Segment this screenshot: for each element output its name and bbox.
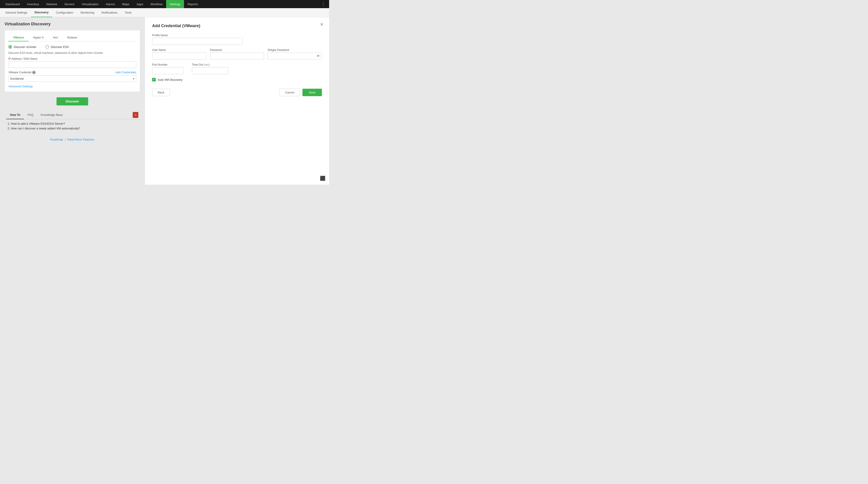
credential-label-text: VMware Credential — [8, 71, 31, 74]
nav-more-icon[interactable]: ⋮ — [319, 1, 327, 7]
nav-maps[interactable]: Maps — [119, 0, 133, 8]
ip-address-group: IP Address / DNS Name — [8, 57, 136, 68]
show-password-icon[interactable]: 👁 — [316, 54, 320, 58]
nav-settings[interactable]: Settings — [166, 0, 184, 8]
profile-name-label: Profile Name — [152, 34, 322, 37]
retype-password-label: Retype Password — [268, 49, 322, 52]
how-to-link-2[interactable]: How can I discover a newly added VM auto… — [11, 127, 80, 130]
add-credentials-link[interactable]: Add Credentials — [116, 70, 136, 74]
auto-vm-discovery-row: Auto VM Discovery — [152, 78, 322, 82]
radio-group: Discover vCenter Discover ESX — [8, 45, 136, 49]
page-title: Virtualization Discovery — [4, 22, 140, 26]
password-input[interactable] — [210, 53, 264, 59]
collapse-button[interactable]: − — [133, 112, 138, 118]
username-col: User Name — [152, 49, 206, 59]
bottom-section: How To FAQ Knowledge Base − How to add a… — [4, 111, 140, 145]
left-panel: Virtualization Discovery VMware Hyper-V … — [0, 17, 145, 184]
advanced-settings-link[interactable]: Advanced Settings — [8, 85, 136, 88]
footer-links: Roadmap | Need More Features — [4, 134, 140, 145]
credentials-row: User Name Password Retype Password 👁 — [152, 49, 322, 59]
tab-nutanix[interactable]: Nutanix — [63, 34, 82, 41]
nav-network[interactable]: Network — [43, 0, 61, 8]
port-col: Port Number 443 — [152, 63, 188, 74]
modal-panel: Add Credential (VMware) ✕ Profile Name U… — [145, 17, 329, 184]
sub-nav: General Settings Discovery Configuration… — [0, 8, 329, 17]
credential-row: VMware Credential ? Add Credentials — [8, 70, 136, 74]
ip-address-input[interactable] — [8, 61, 136, 68]
profile-name-input[interactable] — [152, 38, 243, 45]
radio-esx-label: Discover ESX — [51, 45, 69, 49]
nav-alarms[interactable]: Alarms — [102, 0, 119, 8]
auto-vm-discovery-checkbox[interactable] — [152, 78, 156, 82]
discover-area: Discover — [4, 97, 140, 106]
back-button[interactable]: Back — [152, 89, 170, 96]
radio-vcenter-indicator — [8, 45, 12, 49]
radio-discover-esx[interactable]: Discover ESX — [45, 45, 69, 49]
nav-reports[interactable]: Reports — [184, 0, 202, 8]
bottom-tab-knowledge-base[interactable]: Knowledge Base — [37, 111, 66, 119]
nav-inventory[interactable]: Inventory — [24, 0, 43, 8]
port-number-input[interactable]: 443 — [152, 67, 184, 74]
virtualization-tabs-container: VMware Hyper-V Xen Nutanix Discover vCen… — [4, 30, 140, 92]
modal-close-button[interactable]: ✕ — [320, 22, 324, 27]
retype-password-wrapper: 👁 — [268, 53, 322, 59]
subnav-configuration[interactable]: Configuration — [52, 8, 77, 17]
profile-name-group: Profile Name — [152, 34, 322, 45]
how-to-link-1[interactable]: How to add a VMware ESX/ESXi Server? — [11, 122, 65, 125]
radio-esx-indicator — [45, 45, 49, 49]
credential-help-icon[interactable]: ? — [32, 71, 35, 74]
credential-label-group: VMware Credential ? — [8, 71, 35, 74]
footer-more-features[interactable]: Need More Features — [67, 138, 94, 141]
nav-servers[interactable]: Servers — [61, 0, 78, 8]
nav-virtualization[interactable]: Virtualization — [78, 0, 102, 8]
modal-footer: Back Cancel Save — [152, 89, 322, 96]
port-number-label: Port Number — [152, 63, 188, 66]
subnav-discovery[interactable]: Discovery — [31, 8, 52, 17]
how-to-list: How to add a VMware ESX/ESXi Server? How… — [4, 119, 140, 134]
footer-separator: | — [65, 138, 66, 141]
subnav-tools[interactable]: Tools — [121, 8, 135, 17]
auto-vm-discovery-label: Auto VM Discovery — [158, 78, 183, 82]
retype-password-col: Retype Password 👁 — [268, 49, 322, 59]
save-button[interactable]: Save — [303, 89, 322, 96]
nav-apps[interactable]: Apps — [133, 0, 147, 8]
top-nav: Dashboard Inventory Network Servers Virt… — [0, 0, 329, 8]
timeout-input[interactable]: 40 — [192, 67, 228, 74]
tab-vmware[interactable]: VMware — [8, 34, 29, 41]
credential-select-wrapper: EsxServer — [8, 75, 136, 82]
nav-workflow[interactable]: Workflow — [147, 0, 166, 8]
tab-xen[interactable]: Xen — [49, 34, 63, 41]
subnav-notifications[interactable]: Notifications — [98, 8, 121, 17]
password-col: Password — [210, 49, 264, 59]
retype-password-input[interactable] — [268, 53, 322, 59]
username-input[interactable] — [152, 53, 206, 59]
tab-hyper-v[interactable]: Hyper-V — [29, 34, 49, 41]
discover-button[interactable]: Discover — [57, 97, 88, 106]
subnav-general-settings[interactable]: General Settings — [2, 8, 31, 17]
modal-title: Add Credential (VMware) — [152, 24, 322, 28]
radio-discover-vcenter[interactable]: Discover vCenter — [8, 45, 36, 49]
footer-roadmap[interactable]: Roadmap — [51, 138, 63, 141]
main-area: Virtualization Discovery VMware Hyper-V … — [0, 17, 329, 184]
subnav-monitoring[interactable]: Monitoring — [77, 8, 98, 17]
radio-vcenter-label: Discover vCenter — [14, 45, 36, 49]
list-item: How can I discover a newly added VM auto… — [11, 127, 138, 130]
discovery-description: Discover ESX hosts, virtual machines, da… — [8, 51, 136, 55]
password-label: Password — [210, 49, 264, 52]
bottom-tab-how-to[interactable]: How To — [6, 111, 24, 119]
credential-select[interactable]: EsxServer — [8, 75, 136, 82]
timeout-col: Time Out (sec) 40 — [192, 63, 237, 74]
ip-address-label: IP Address / DNS Name — [8, 57, 136, 60]
cancel-button[interactable]: Cancel — [279, 89, 300, 96]
virtualization-tabs-row: VMware Hyper-V Xen Nutanix — [8, 34, 136, 41]
nav-dashboard[interactable]: Dashboard — [2, 0, 24, 8]
port-timeout-row: Port Number 443 Time Out (sec) 40 — [152, 63, 322, 74]
timeout-label: Time Out (sec) — [192, 63, 237, 66]
screen-icon[interactable]: ⬛ — [320, 176, 326, 181]
list-item: How to add a VMware ESX/ESXi Server? — [11, 122, 138, 125]
bottom-tab-faq[interactable]: FAQ — [24, 111, 37, 119]
bottom-tabs-row: How To FAQ Knowledge Base − — [4, 111, 140, 119]
username-label: User Name — [152, 49, 206, 52]
